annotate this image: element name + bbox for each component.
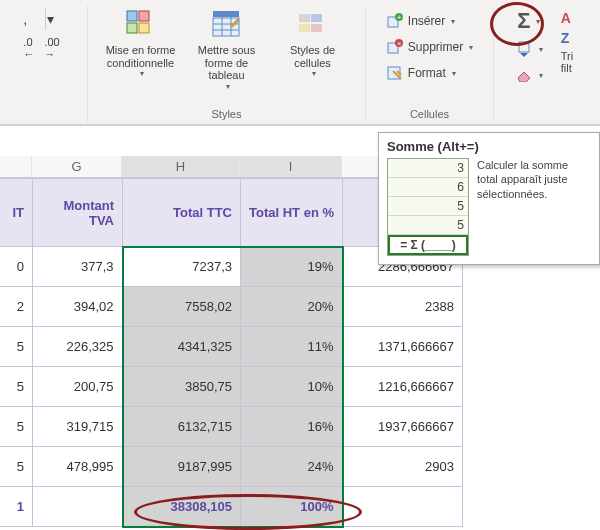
svg-rect-13 [311,24,322,32]
cell[interactable]: 9187,995 [123,447,241,487]
col-header[interactable]: I [240,156,342,177]
svg-rect-1 [139,11,149,21]
ribbon: , ▾ .0← .00→ Mise en forme conditionnell… [0,0,600,126]
cell[interactable]: 6132,715 [123,407,241,447]
svg-rect-12 [299,24,310,32]
decrease-decimal-button[interactable]: .0← [23,36,34,60]
cell[interactable]: 0 [0,247,33,287]
format-as-table-button[interactable]: Mettre sous forme de tableau▾ [188,6,266,93]
fill-button[interactable]: ▾ [511,38,547,60]
cell[interactable]: 10% [241,367,343,407]
cell[interactable]: 5 [0,447,33,487]
tooltip-text: Calculer la somme total apparaît juste s… [477,158,591,256]
cell[interactable]: 5 [0,327,33,367]
sort-A-icon: A [561,10,571,26]
cell[interactable]: 200,75 [33,367,123,407]
cells-group-label: Cellules [410,106,449,122]
sort-Z-icon: Z [561,30,570,46]
cell[interactable]: 3850,75 [123,367,241,407]
table-row: 2 394,02 7558,02 20% 2388 [0,287,463,327]
autosum-button[interactable]: Σ▾ [513,8,544,34]
fill-down-icon [515,40,533,58]
clear-button[interactable]: ▾ [511,64,547,86]
svg-rect-2 [127,23,137,33]
header-cell[interactable]: Total HT en % [241,179,343,247]
cell[interactable]: 24% [241,447,343,487]
cell[interactable]: 377,3 [33,247,123,287]
cell[interactable]: 2388 [343,287,463,327]
svg-rect-4 [213,11,239,17]
number-group: , ▾ .0← .00→ [0,6,88,122]
cell[interactable]: 7237,3 [123,247,241,287]
cell[interactable]: 100% [241,487,343,527]
comma-style-button[interactable]: , [23,11,35,27]
number-format-dropdown[interactable]: ▾ [45,8,55,30]
cell[interactable]: 2 [0,287,33,327]
cell[interactable]: 226,325 [33,327,123,367]
delete-button[interactable]: × Supprimer▾ [382,36,477,58]
cell[interactable]: 38308,105 [123,487,241,527]
delete-icon: × [386,38,404,56]
cell[interactable] [33,487,123,527]
header-cell[interactable]: IT [0,179,33,247]
cell[interactable]: 1 [0,487,33,527]
autosum-tooltip: Somme (Alt+=) 3 6 5 5 = Σ (____) Calcule… [378,132,600,265]
cell[interactable]: 1937,666667 [343,407,463,447]
svg-rect-0 [127,11,137,21]
table-row: 5 200,75 3850,75 10% 1216,666667 [0,367,463,407]
table-row: 5 319,715 6132,715 16% 1937,666667 [0,407,463,447]
cell[interactable]: 319,715 [33,407,123,447]
format-icon [386,64,404,82]
svg-text:+: + [396,13,401,22]
col-header[interactable]: H [122,156,240,177]
col-header[interactable] [0,156,32,177]
cell[interactable]: 20% [241,287,343,327]
format-button[interactable]: Format▾ [382,62,460,84]
cells-group: + Insérer▾ × Supprimer▾ Format▾ [366,6,494,122]
insert-button[interactable]: + Insérer▾ [382,10,459,32]
cell[interactable]: 11% [241,327,343,367]
sort-filter-label: Trifilt [561,50,573,74]
cell[interactable]: 2903 [343,447,463,487]
cell-styles-icon [297,8,329,40]
cell[interactable]: 19% [241,247,343,287]
cell[interactable]: 5 [0,367,33,407]
conditional-formatting-button[interactable]: Mise en forme conditionnelle▾ [102,6,180,80]
svg-rect-21 [519,42,529,52]
sum-row: 1 38308,105 100% [0,487,463,527]
cell[interactable]: 478,995 [33,447,123,487]
tooltip-title: Somme (Alt+=) [387,139,591,154]
sigma-icon: Σ [517,8,530,34]
cell[interactable]: 1371,666667 [343,327,463,367]
svg-rect-5 [213,18,239,36]
cell[interactable]: 7558,02 [123,287,241,327]
editing-group: Σ▾ ▾ ▾ A Z Trifilt [494,6,590,122]
styles-group-label: Styles [212,106,242,122]
conditional-formatting-icon [125,8,157,40]
format-as-table-icon [211,8,243,40]
svg-text:×: × [396,39,401,48]
svg-rect-3 [139,23,149,33]
tooltip-mini-grid: 3 6 5 5 = Σ (____) [387,158,469,256]
cell[interactable]: 5 [0,407,33,447]
table-row: 5 478,995 9187,995 24% 2903 [0,447,463,487]
header-cell[interactable]: Total TTC [123,179,241,247]
insert-icon: + [386,12,404,30]
cell[interactable] [343,487,463,527]
svg-rect-11 [311,14,322,22]
header-cell[interactable]: Montant TVA [33,179,123,247]
svg-rect-10 [299,14,310,22]
cell[interactable]: 4341,325 [123,327,241,367]
cell-styles-button[interactable]: Styles de cellules▾ [274,6,352,80]
cell[interactable]: 16% [241,407,343,447]
cell[interactable]: 394,02 [33,287,123,327]
table-row: 5 226,325 4341,325 11% 1371,666667 [0,327,463,367]
eraser-icon [515,66,533,84]
increase-decimal-button[interactable]: .00→ [44,36,59,60]
col-header[interactable]: G [32,156,122,177]
cell[interactable]: 1216,666667 [343,367,463,407]
styles-group: Mise en forme conditionnelle▾ Mettre sou… [88,6,366,122]
